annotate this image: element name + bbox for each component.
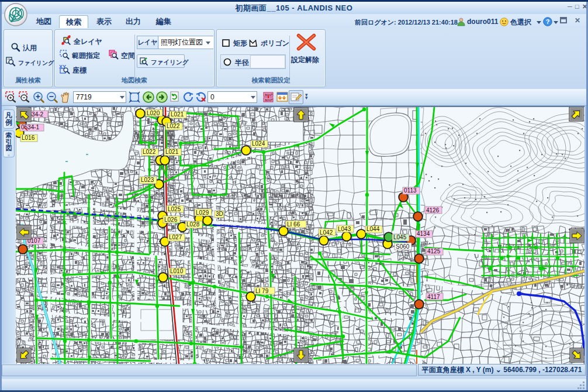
svg-text:?: ? <box>546 18 550 25</box>
svg-text:L024: L024 <box>252 140 265 147</box>
svg-text:4117: 4117 <box>427 294 440 300</box>
svg-text:L020: L020 <box>147 110 160 116</box>
svg-text:L010: L010 <box>170 268 184 274</box>
svg-text:MAP: MAP <box>265 98 272 102</box>
svg-text:LI 66: LI 66 <box>287 221 300 228</box>
svg-text:4126: 4126 <box>426 207 440 214</box>
svg-text:L027: L027 <box>169 234 182 240</box>
svg-text:L028: L028 <box>186 221 200 228</box>
svg-text:L022: L022 <box>167 123 180 129</box>
svg-text:4125: 4125 <box>427 248 441 255</box>
svg-text:LI 79: LI 79 <box>255 288 269 294</box>
svg-text:4134: 4134 <box>417 231 430 237</box>
svg-text:L022: L022 <box>143 149 156 155</box>
svg-text:L042: L042 <box>320 229 333 236</box>
svg-text:3D: 3D <box>216 211 223 217</box>
svg-text:L026: L026 <box>164 216 178 223</box>
svg-text:L021: L021 <box>165 149 179 155</box>
svg-text:0113: 0113 <box>404 187 417 194</box>
svg-text:L023: L023 <box>141 177 154 183</box>
svg-text:L016: L016 <box>22 135 35 141</box>
svg-text:L045: L045 <box>393 234 407 240</box>
svg-text:L025: L025 <box>168 206 181 212</box>
svg-text:L029: L029 <box>196 209 209 216</box>
svg-text:L044: L044 <box>366 226 380 232</box>
svg-text:L043: L043 <box>338 226 351 232</box>
svg-text:L021: L021 <box>171 111 184 118</box>
svg-text:S060: S060 <box>396 243 410 250</box>
